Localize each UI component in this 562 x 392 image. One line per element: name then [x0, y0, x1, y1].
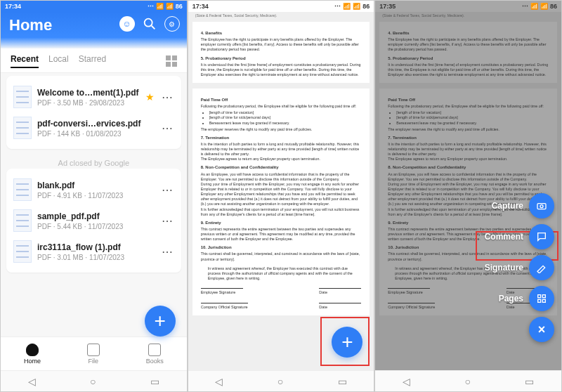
nav-file[interactable]: File: [87, 344, 100, 365]
fab-menu: Capture Comment Signature Pages ×: [485, 193, 554, 342]
sec-entirety: 9. Entirety: [201, 220, 362, 226]
recent-apps-icon[interactable]: ▭: [150, 376, 159, 387]
system-nav: ◁ ○ ▭: [188, 370, 374, 391]
more-icon[interactable]: ⋯: [160, 245, 174, 259]
file-row[interactable]: blank.pdf PDF · 4.91 KB · 11/07/2023 ⋯: [11, 174, 177, 205]
signature-icon: [529, 255, 554, 280]
comment-icon: [529, 224, 554, 249]
more-icon[interactable]: ⋯: [160, 183, 174, 197]
menu-comment[interactable]: Comment: [485, 224, 554, 249]
system-nav: ◁ ○ ▭: [375, 370, 561, 391]
time: 17:35: [379, 3, 396, 10]
sig-company: Company Official Signature: [201, 303, 248, 310]
sec-benefits: 4. Benefits: [201, 30, 362, 36]
svg-line-1: [151, 26, 155, 30]
pages-icon: [529, 286, 554, 311]
settings-icon[interactable]: ⚙: [164, 16, 180, 32]
sig-row: Company Official Signature Date: [201, 303, 362, 310]
svg-rect-7: [542, 299, 545, 302]
phone-home: 17:34 ⋯📶📶86 Home ☺ ⚙ Recent Local Starre…: [0, 0, 188, 392]
file-group: Welcome to…ment(1).pdf PDF · 3.50 MB · 2…: [6, 76, 181, 149]
doc-viewer[interactable]: (State & Federal Taxes, Social Security,…: [188, 12, 374, 370]
ad-banner: Ad closed by Google: [6, 155, 181, 169]
sys-home-icon[interactable]: ○: [277, 376, 283, 387]
sec-jurisdiction: 10. Jurisdiction: [201, 244, 362, 250]
file-name: blank.pdf: [37, 181, 155, 190]
status-bar: 17:34 ⋯📶📶86: [188, 1, 374, 12]
header-actions: ☺ ⚙: [119, 16, 180, 32]
status-bar: 17:34 ⋯📶📶86: [1, 1, 187, 12]
file-name: sample_pdf.pdf: [37, 211, 155, 221]
tab-starred[interactable]: Starred: [79, 54, 106, 68]
file-meta: PDF · 3.01 MB · 11/07/2023: [37, 254, 155, 261]
sig-date: Date: [319, 303, 361, 310]
back-icon[interactable]: ◁: [28, 376, 36, 387]
time: 17:34: [5, 3, 21, 10]
file-thumb-icon: [13, 86, 32, 108]
file-name: pdf-conversi…ervices.pdf: [37, 119, 155, 129]
bottom-nav: Home File Books: [1, 337, 187, 370]
assistant-icon[interactable]: ☺: [119, 16, 135, 32]
file-meta: PDF · 4.91 KB · 11/07/2023: [37, 192, 155, 200]
phone-doc: 17:34 ⋯📶📶86 (State & Federal Taxes, Soci…: [188, 0, 375, 392]
sys-home-icon[interactable]: ○: [90, 376, 96, 387]
file-row[interactable]: pdf-conversi…ervices.pdf PDF · 144 KB · …: [11, 112, 177, 143]
menu-close[interactable]: ×: [529, 317, 554, 342]
system-nav: ◁ ○ ▭: [1, 370, 187, 391]
more-icon[interactable]: ⋯: [160, 122, 174, 135]
file-row[interactable]: irc3111a_flow (1).pdf PDF · 3.01 MB · 11…: [11, 236, 177, 267]
file-list[interactable]: Welcome to…ment(1).pdf PDF · 3.50 MB · 2…: [1, 73, 187, 337]
file-row[interactable]: Welcome to…ment(1).pdf PDF · 3.50 MB · 2…: [11, 81, 177, 112]
file-name: irc3111a_flow (1).pdf: [37, 242, 155, 252]
search-icon[interactable]: [142, 16, 157, 32]
recent-apps-icon[interactable]: ▭: [525, 376, 534, 387]
file-meta: PDF · 144 KB · 01/08/2023: [37, 130, 155, 138]
sig-date: Date: [319, 288, 361, 295]
file-group: blank.pdf PDF · 4.91 KB · 11/07/2023 ⋯ s…: [6, 169, 181, 273]
status-bar: 17:35 ⋯📶📶86: [375, 1, 561, 12]
tabs: Recent Local Starred: [1, 48, 187, 73]
phone-doc-menu: 17:35 ⋯📶📶86 (State & Federal Taxes, Soci…: [374, 0, 562, 392]
sec-noncompete: 8. Non-Competition and Confidentiality: [201, 164, 362, 170]
camera-icon: [529, 193, 554, 218]
recent-apps-icon[interactable]: ▭: [338, 376, 347, 387]
star-icon[interactable]: ★: [145, 91, 155, 103]
sys-home-icon[interactable]: ○: [464, 376, 470, 387]
sig-row: Employee Signature Date: [201, 288, 362, 295]
more-icon[interactable]: ⋯: [160, 91, 174, 104]
sec-termination: 7. Termination: [201, 135, 362, 141]
file-thumb-icon: [13, 209, 32, 232]
view-grid-icon[interactable]: [166, 55, 177, 67]
file-thumb-icon: [13, 240, 32, 263]
back-icon[interactable]: ◁: [403, 376, 410, 387]
sig-employee: Employee Signature: [201, 288, 243, 295]
svg-rect-6: [538, 299, 541, 302]
file-meta: PDF · 5.44 KB · 11/07/2023: [37, 223, 155, 230]
svg-rect-4: [538, 295, 541, 298]
menu-signature[interactable]: Signature: [485, 255, 554, 280]
fab-add-button[interactable]: +: [145, 306, 176, 337]
nav-books[interactable]: Books: [146, 344, 164, 365]
tab-recent[interactable]: Recent: [11, 54, 39, 68]
sec-probation: 5. Probationary Period: [201, 55, 362, 61]
file-meta: PDF · 3.50 MB · 29/08/2023: [37, 99, 140, 107]
more-icon[interactable]: ⋯: [160, 214, 174, 228]
tab-local[interactable]: Local: [48, 54, 69, 68]
status-icons: ⋯📶📶86: [522, 3, 557, 10]
doc-page: 4. Benefits The Employee has the right t…: [192, 22, 370, 83]
status-icons: ⋯📶📶86: [334, 3, 370, 10]
file-thumb-icon: [13, 178, 32, 201]
menu-pages[interactable]: Pages: [499, 286, 554, 311]
file-thumb-icon: [13, 117, 32, 139]
close-icon: ×: [529, 317, 554, 342]
sec-pto: Paid Time Off: [201, 97, 362, 103]
back-icon[interactable]: ◁: [215, 376, 223, 387]
svg-point-0: [144, 19, 152, 27]
doc-page: Paid Time Off Following the probationary…: [192, 89, 370, 315]
file-name: Welcome to…ment(1).pdf: [37, 88, 140, 98]
file-row[interactable]: sample_pdf.pdf PDF · 5.44 KB · 11/07/202…: [11, 205, 177, 236]
time: 17:34: [192, 3, 209, 10]
nav-home[interactable]: Home: [24, 344, 41, 365]
menu-capture[interactable]: Capture: [492, 193, 554, 218]
svg-point-3: [540, 205, 543, 208]
